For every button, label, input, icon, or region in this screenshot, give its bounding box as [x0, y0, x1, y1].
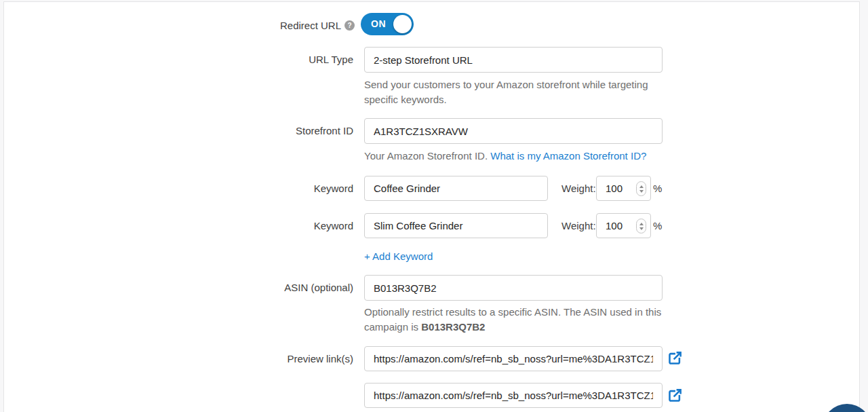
add-keyword-link[interactable]: + Add Keyword: [364, 250, 433, 262]
stepper-up-icon[interactable]: [639, 223, 644, 225]
asin-help: Optionally restrict results to a specifi…: [364, 305, 663, 335]
asin-input[interactable]: [364, 275, 663, 301]
stepper-down-icon[interactable]: [639, 227, 644, 230]
keyword-2-label: Keyword: [4, 213, 353, 238]
redirect-url-label: Redirect URL: [4, 20, 341, 31]
keyword-1-input[interactable]: [364, 176, 548, 201]
stepper-up-icon[interactable]: [639, 185, 644, 188]
chat-widget-button[interactable]: [823, 404, 868, 412]
weight-1-label: Weight:: [561, 176, 596, 201]
storefront-id-label: Storefront ID: [4, 118, 353, 144]
keyword-2-input[interactable]: [364, 213, 548, 238]
asin-label: ASIN (optional): [4, 275, 353, 301]
storefront-id-help-text: Your Amazon Storefront ID.: [364, 150, 490, 162]
weight-2-label: Weight:: [561, 213, 596, 238]
asin-help-text: Optionally restrict results to a specifi…: [364, 306, 661, 333]
external-link-icon[interactable]: [667, 351, 682, 366]
keyword-1-label: Keyword: [4, 176, 353, 201]
weight-2-unit: %: [653, 213, 662, 238]
weight-2-stepper[interactable]: [636, 219, 646, 233]
storefront-id-help-link[interactable]: What is my Amazon Storefront ID?: [490, 150, 646, 162]
storefront-id-input[interactable]: [364, 118, 663, 144]
stepper-down-icon[interactable]: [639, 190, 644, 193]
redirect-url-toggle[interactable]: ON: [361, 13, 414, 35]
url-type-label: URL Type: [4, 47, 353, 73]
weight-1-stepper[interactable]: [636, 181, 646, 196]
storefront-id-help: Your Amazon Storefront ID. What is my Am…: [364, 149, 676, 164]
asin-help-bold: B013R3Q7B2: [421, 321, 485, 333]
toggle-on-label: ON: [371, 18, 386, 29]
help-question-icon[interactable]: ?: [344, 20, 355, 31]
preview-link-2-input[interactable]: [364, 383, 663, 408]
toggle-knob: [393, 15, 412, 33]
external-link-icon[interactable]: [667, 388, 682, 403]
url-type-input[interactable]: [364, 47, 663, 73]
preview-link-1-input[interactable]: [364, 346, 663, 371]
url-type-help: Send your customers to your Amazon store…: [364, 77, 663, 107]
preview-links-label: Preview link(s): [4, 346, 353, 371]
form-panel: Redirect URL ? ON URL Type Send your cus…: [3, 1, 860, 412]
weight-1-unit: %: [653, 176, 662, 201]
